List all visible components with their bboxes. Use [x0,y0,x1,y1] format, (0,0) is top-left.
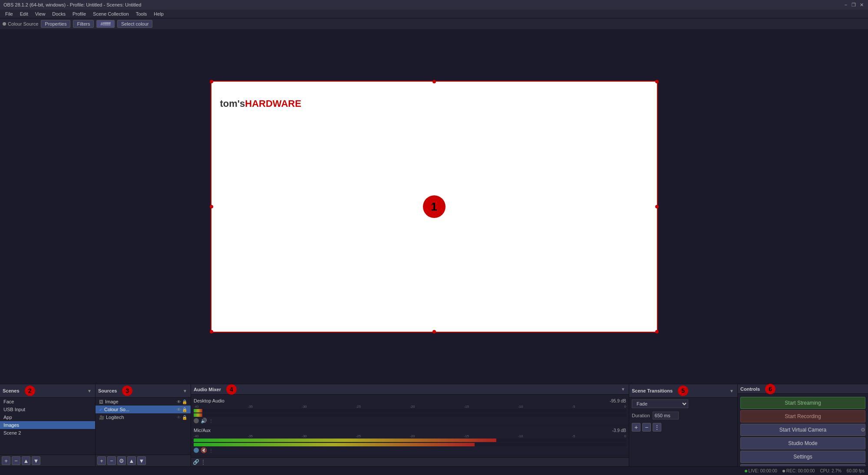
sources-panel-collapse[interactable]: ▼ [182,388,188,394]
audio-badge: 4 [226,384,237,395]
source-colour-controls: 👁 🔒 [177,407,187,412]
sources-list: 🖼 Image 👁 🔒 ✓ Colour So... 👁 🔒 🎥 Logitec… [96,398,191,455]
restore-button[interactable]: ❐ [851,2,857,8]
scene-item-scene2[interactable]: Scene 2 [0,429,95,437]
start-virtual-camera-button[interactable]: Start Virtual Camera [740,424,865,436]
source-colour-visibility[interactable]: 👁 [177,407,181,412]
menubar-item-scene collection[interactable]: Scene Collection [89,10,132,18]
sources-panel-footer: + − ⚙ ▲ ▼ [96,455,191,466]
filters-button[interactable]: Filters [73,20,94,28]
scenes-panel-header: Scenes 2 ▼ [0,384,95,398]
sources-panel-header: Sources 3 ▼ [96,384,191,398]
audio-desktop-meter-r [194,413,626,417]
transitions-panel-collapse[interactable]: ▼ [729,388,735,394]
scene-item-app[interactable]: App [0,413,95,421]
start-recording-button[interactable]: Start Recording [740,410,865,422]
sources-settings-button[interactable]: ⚙ [117,456,126,465]
transitions-add-button[interactable]: + [632,423,640,432]
select-colour-button[interactable]: Select colour [117,20,153,28]
cpu-label: CPU: 2.7% [820,468,841,473]
source-image-lock[interactable]: 🔒 [182,399,187,404]
scene-item-usb[interactable]: USB Input [0,406,95,413]
audio-desktop-settings[interactable]: ⋮ [209,419,213,423]
menubar-item-tools[interactable]: Tools [132,10,151,18]
audio-desktop-meter-container [194,409,626,412]
menubar-item-docks[interactable]: Docks [49,10,69,18]
start-streaming-button[interactable]: Start Streaming [740,397,865,409]
window-title: OBS 28.1.2 (64-bit, windows) - Profile: … [3,2,141,7]
source-logitech-visibility[interactable]: 👁 [177,415,181,420]
close-button[interactable]: ✕ [858,2,865,8]
source-item-colour[interactable]: ✓ Colour So... 👁 🔒 [96,406,191,413]
logo-toms: tom's [220,98,245,109]
audio-mic-meter-container-r [194,443,626,446]
menubar-item-help[interactable]: Help [150,10,167,18]
audio-desktop-name: Desktop Audio -95.9 dB [194,398,626,403]
handle-bottom-center[interactable] [432,330,436,333]
source-logitech-lock[interactable]: 🔒 [182,415,187,420]
audio-mic-vol-knob[interactable] [194,448,199,453]
scenes-move-up-button[interactable]: ▲ [22,456,30,465]
audio-desktop-vol-knob[interactable] [194,418,199,423]
source-item-logitech[interactable]: 🎥 Logitech 👁 🔒 [96,413,191,421]
scenes-panel-controls: ▼ [86,388,92,394]
sources-move-down-button[interactable]: ▼ [137,456,146,465]
audio-link-icon[interactable]: 🔗 [193,459,199,465]
transitions-remove-button[interactable]: − [642,423,651,432]
audio-channel-desktop: Desktop Audio -95.9 dB -40-35-30-25-20-1… [191,396,629,426]
handle-top-right[interactable] [655,80,659,83]
transitions-type-row: Fade Cut Swipe Slide [629,398,737,410]
audio-mic-scale: -40-35-30-25-20-15-10-50 [194,434,626,438]
source-image-controls: 👁 🔒 [177,399,187,404]
menubar-item-view[interactable]: View [32,10,49,18]
live-label: LIVE: 00:00:00 [749,468,777,473]
scene-item-face[interactable]: Face [0,398,95,406]
source-logitech-label: Logitech [106,415,124,420]
sources-add-button[interactable]: + [97,456,106,465]
audio-desktop-mute[interactable]: 🔊 [201,418,207,424]
menubar-item-edit[interactable]: Edit [17,10,32,18]
controls-panel: Controls 6 Start Streaming Start Recordi… [738,384,868,466]
scenes-move-down-button[interactable]: ▼ [32,456,40,465]
audio-mic-mute[interactable]: 🔇 [201,447,207,453]
handle-middle-left[interactable] [210,205,213,208]
scene-item-images[interactable]: Images [0,421,95,429]
handle-top-left[interactable] [210,80,213,83]
audio-mic-settings[interactable]: ⋮ [209,448,213,453]
handle-middle-right[interactable] [655,205,659,208]
menubar-item-profile[interactable]: Profile [69,10,89,18]
sources-panel-title: Sources [98,388,117,393]
menubar-item-file[interactable]: File [2,10,17,18]
transitions-duration-row: Duration [629,410,737,421]
scenes-add-button[interactable]: + [2,456,10,465]
source-colour-lock[interactable]: 🔒 [182,407,187,412]
settings-button[interactable]: Settings [740,451,865,463]
audio-channels: Desktop Audio -95.9 dB -40-35-30-25-20-1… [191,395,629,457]
transitions-type-select[interactable]: Fade Cut Swipe Slide [632,399,688,408]
audio-panel-collapse[interactable]: ▼ [620,386,626,393]
handle-bottom-left[interactable] [210,330,213,333]
sources-move-up-button[interactable]: ▲ [127,456,136,465]
handle-top-center[interactable] [432,80,436,83]
rec-label: REC: 00:00:00 [786,468,815,473]
audio-panel: Audio Mixer 4 ▼ Desktop Audio -95.9 dB -… [191,384,629,466]
transitions-duration-input[interactable] [653,412,679,419]
scenes-panel-collapse[interactable]: ▼ [86,388,92,394]
transitions-settings-button[interactable]: ⋮ [653,423,661,432]
source-item-image[interactable]: 🖼 Image 👁 🔒 [96,398,191,406]
colour-tag-button[interactable]: #ffffff [96,20,114,28]
virtual-camera-wrapper: Start Virtual Camera ⚙ [738,424,868,436]
virtual-camera-settings-icon[interactable]: ⚙ [861,427,865,433]
sources-remove-button[interactable]: − [107,456,116,465]
handle-bottom-right[interactable] [655,330,659,333]
main-content: tom'sHARDWARE 1 [0,30,868,384]
status-cpu: CPU: 2.7% [820,468,841,473]
audio-more-icon[interactable]: ⋮ [201,459,206,465]
studio-mode-button[interactable]: Studio Mode [740,437,865,449]
scenes-remove-button[interactable]: − [12,456,20,465]
source-image-visibility[interactable]: 👁 [177,399,181,404]
minimize-button[interactable]: − [843,2,849,8]
properties-button[interactable]: Properties [41,20,70,28]
audio-panel-title: Audio Mixer [194,387,221,392]
transitions-panel-title: Scene Transitions [632,388,673,393]
